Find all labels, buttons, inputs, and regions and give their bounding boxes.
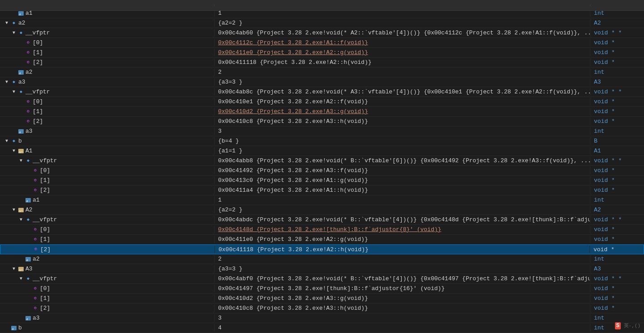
struct-icon: ◆	[25, 217, 31, 223]
table-row[interactable]: ⊕ [0] 0x00c41497 {Project 3.28 2.exe![th…	[0, 284, 644, 294]
cell-value: 2	[215, 68, 590, 76]
cell-value: 0x00c410d2 {Project 3.28 2.exe!A3::g(voi…	[215, 108, 590, 115]
table-row[interactable]: ⊕ [2] 0x00c411a4 {Project 3.28 2.exe!A1:…	[0, 185, 644, 195]
expand-btn[interactable]: ▼	[11, 207, 17, 213]
table-row[interactable]: a a3 3 int	[0, 313, 644, 323]
cell-value: {a3=3 }	[215, 265, 590, 273]
field-icon: a	[25, 315, 31, 321]
cell-name: a a1	[0, 11, 215, 17]
cell-name: ⊕ [1]	[0, 108, 215, 115]
expand-btn[interactable]: ▼	[4, 20, 10, 26]
expand-btn[interactable]: ▼	[18, 217, 24, 223]
table-row[interactable]: ▼ A+ A3 {a3=3 } A3	[0, 264, 644, 274]
field-icon: a	[25, 256, 31, 262]
expand-btn[interactable]: ▼	[11, 148, 17, 154]
table-row[interactable]: ▼ ◆ __vfptr 0x00c4ab8c {Project 3.28 2.e…	[0, 87, 644, 97]
table-row[interactable]: ⊕ [2] 0x00c411118 {Project 3.28 2.exe!A2…	[0, 58, 644, 67]
svg-text:A+: A+	[19, 268, 23, 272]
cell-name: ⊕ [0]	[0, 226, 215, 233]
table-row[interactable]: ⊕ [1] 0x00c411e0 {Project 3.28 2.exe!A2:…	[0, 48, 644, 58]
expand-btn[interactable]: ▼	[18, 158, 24, 164]
field-icon: a	[18, 69, 24, 76]
row-name-text: [0]	[40, 167, 50, 174]
cell-name: ▼ A+ A2	[0, 206, 215, 214]
table-row[interactable]: ▼ ◆ __vfptr 0x00c4abb8 {Project 3.28 2.e…	[0, 156, 644, 166]
table-row[interactable]: ⊕ [0] 0x00c410e1 {Project 3.28 2.exe!A2:…	[0, 97, 644, 107]
cell-name: ⊕ [2]	[0, 246, 215, 253]
expand-btn[interactable]: ▼	[11, 30, 17, 36]
table-row[interactable]: ⊕ [0] 0x00c41492 {Project 3.28 2.exe!A3:…	[0, 166, 644, 176]
cell-name: a a2	[0, 255, 215, 263]
table-row[interactable]: ⊕ [1] 0x00c410d2 {Project 3.28 2.exe!A3:…	[0, 294, 644, 303]
row-name-text: [0]	[33, 39, 43, 46]
struct-icon: ◆	[11, 20, 17, 26]
row-name-text: __vfptr	[33, 157, 57, 164]
header-type	[590, 4, 644, 6]
row-name-text: [2]	[33, 118, 43, 125]
table-row[interactable]: ⊕ [1] 0x00c410d2 {Project 3.28 2.exe!A3:…	[0, 107, 644, 117]
struct-icon: ◆	[11, 138, 17, 144]
table-row[interactable]: a a1 1 int	[0, 11, 644, 18]
table-row[interactable]: ▼ ◆ __vfptr 0x00c4abf0 {Project 3.28 2.e…	[0, 274, 644, 284]
expand-btn[interactable]: ▼	[4, 138, 10, 144]
expand-spacer	[4, 325, 10, 331]
row-name-text: [2]	[40, 187, 50, 194]
table-row[interactable]: ▼ ◆ __vfptr 0x00c4ab60 {Project 3.28 2.e…	[0, 28, 644, 38]
cell-value: 0x00c4ab8c {Project 3.28 2.exe!void(* A3…	[215, 88, 590, 96]
table-row[interactable]: ⊕ [1] 0x00c411e0 {Project 3.28 2.exe!A2:…	[0, 235, 644, 244]
table-row[interactable]: ▼ ◆ b {b=4 } B	[0, 136, 644, 146]
cell-name: ⊕ [1]	[0, 49, 215, 56]
expand-btn[interactable]: ▼	[11, 89, 17, 95]
cell-name: ⊕ [2]	[0, 186, 215, 194]
expand-spacer	[18, 315, 24, 321]
table-row[interactable]: ▼ ◆ a2 {a2=2 } A2	[0, 18, 644, 28]
table-body[interactable]: ⊕ [2] 0x00c411a4 {Project 3.28 2.exe!A1:…	[0, 11, 644, 333]
table-row[interactable]: ⊕ [2] 0x00c41118 {Project 3.28 2.exe!A2:…	[0, 244, 644, 254]
table-row[interactable]: ▼ ◆ __vfptr 0x00c4abdc {Project 3.28 2.e…	[0, 215, 644, 225]
cell-type: A2	[590, 19, 644, 27]
table-row[interactable]: ▼ A+ A2 {a2=2 } A2	[0, 205, 644, 215]
expand-spacer	[18, 118, 24, 125]
cell-name: ▼ ◆ __vfptr	[0, 216, 215, 223]
expand-spacer	[25, 295, 31, 302]
expand-btn[interactable]: ▼	[4, 79, 10, 85]
class-icon: A+	[18, 207, 24, 213]
expand-btn[interactable]: ▼	[18, 276, 24, 282]
cell-value: 0x00c41492 {Project 3.28 2.exe!A3::f(voi…	[215, 167, 590, 174]
cell-value: 0x00c411a4 {Project 3.28 2.exe!A1::h(voi…	[215, 186, 590, 194]
row-name-text: [1]	[33, 108, 43, 115]
expand-btn[interactable]: ▼	[11, 266, 17, 272]
table-row[interactable]: ⊕ [2] 0x00c410c8 {Project 3.28 2.exe!A3:…	[0, 117, 644, 126]
cell-type: void *	[590, 295, 644, 302]
table-row[interactable]: a b 4 int	[0, 323, 644, 333]
table-row[interactable]: ▼ A+ A1 {a1=1 } A1	[0, 146, 644, 156]
table-row[interactable]: ⊕ [1] 0x00c413c0 {Project 3.28 2.exe!A1:…	[0, 176, 644, 185]
cell-type: int	[590, 127, 644, 135]
vtable-icon: ⊕	[32, 236, 38, 243]
cell-name: ⊕ [0]	[0, 167, 215, 174]
cell-value: 0x00c4148d {Project 3.28 2.exe![thunk]:B…	[215, 226, 590, 233]
table-row[interactable]: ⊕ [2] 0x00c410c8 {Project 3.28 2.exe!A3:…	[0, 303, 644, 313]
cell-value: {a2=2 }	[215, 206, 590, 214]
cell-type: void *	[590, 304, 644, 312]
table-row[interactable]: ⊕ [0] 0x00c4112c {Project 3.28 2.exe!A1:…	[0, 38, 644, 48]
expand-spacer	[25, 305, 31, 312]
cell-name: ▼ ◆ __vfptr	[0, 88, 215, 96]
cell-value: 0x00c41497 {Project 3.28 2.exe![thunk]:B…	[215, 285, 590, 292]
cell-value: {a3=3 }	[215, 78, 590, 86]
table-row[interactable]: a a3 3 int	[0, 126, 644, 136]
cell-type: int	[590, 324, 644, 332]
table-row[interactable]: a a2 2 int	[0, 254, 644, 264]
table-row[interactable]: ▼ ◆ a3 {a3=3 } A3	[0, 77, 644, 87]
vtable-icon: ⊕	[25, 40, 31, 46]
cell-type: void *	[590, 177, 644, 184]
expand-spacer	[25, 227, 31, 233]
struct-icon: ◆	[11, 79, 17, 85]
table-row[interactable]: a a1 1 int	[0, 195, 644, 205]
struct-icon: ◆	[25, 276, 31, 282]
cell-name: ▼ ◆ b	[0, 137, 215, 145]
cell-value: 1	[215, 196, 590, 204]
table-row[interactable]: a a2 2 int	[0, 67, 644, 77]
svg-text:A+: A+	[19, 209, 23, 213]
table-row[interactable]: ⊕ [0] 0x00c4148d {Project 3.28 2.exe![th…	[0, 225, 644, 235]
